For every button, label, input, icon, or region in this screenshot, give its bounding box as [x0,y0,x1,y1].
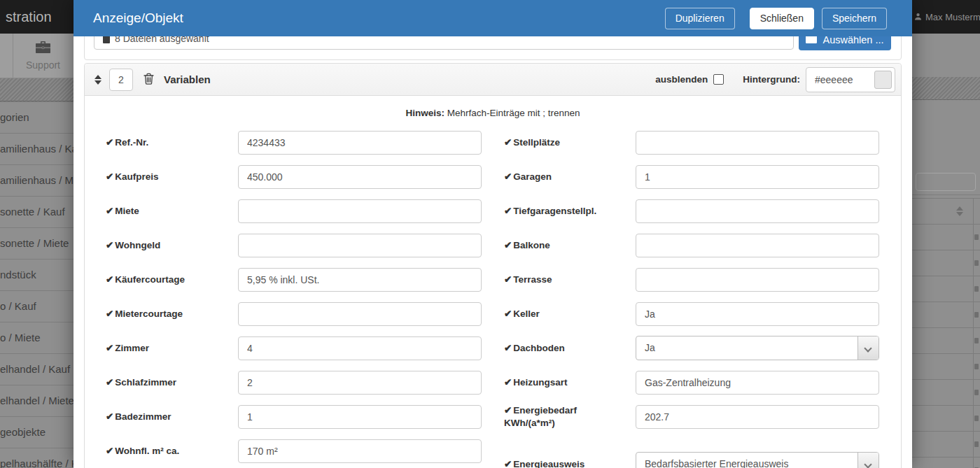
zimmer-input[interactable] [238,336,482,360]
heizungsart-input[interactable] [636,371,879,395]
sidebar-support-block: Support [0,34,74,78]
field-label: Mietercourtage [106,308,238,320]
field-row-garagen: Garagen [504,159,890,194]
field-label: Zimmer [106,342,238,355]
table-row [912,432,980,458]
field-label: Heizungsart [504,376,636,389]
chevron-down-icon [864,460,872,468]
wohngeld-input[interactable] [238,234,482,257]
miete-input[interactable] [238,199,482,223]
background-color-input[interactable] [806,68,873,92]
balkone-input[interactable] [636,234,879,257]
table-row [912,328,980,354]
energieausweis-select[interactable]: Bedarfsbasierter Energieausweis [636,452,879,468]
kaufpreis-input[interactable] [238,165,482,189]
table-row [912,276,980,302]
fields-column-right: Stellplätze Garagen Tiefgaragenstellpl. … [504,125,890,468]
tiefgaragenstellpl-input[interactable] [636,199,879,223]
sidebar-item-category: o / Kauf [0,291,74,322]
selected-value: Ja [645,336,655,360]
field-row-energiebedarf: Energiebedarf KWh/(a*m²) [504,399,890,434]
divider [912,194,980,195]
choose-files-button[interactable]: Auswählen ... [799,36,891,50]
field-row-terrasse: Terrasse [504,262,890,297]
field-label: Käufercourtage [106,274,238,286]
category-list: gorien amilienhaus / Ka amilienhaus / Mi… [0,101,74,468]
dimmed-filter-input [916,173,976,191]
close-button[interactable]: Schließen [750,8,814,29]
save-button[interactable]: Speichern [822,8,887,29]
field-label: Kaufpreis [106,171,238,183]
field-row-kaeufercourtage: Käufercourtage [106,262,492,297]
dachboden-select[interactable]: Ja [636,336,879,360]
files-selected-text: 8 Dateien ausgewählt [115,36,209,44]
files-selected-field[interactable]: 8 Dateien ausgewählt [94,36,794,50]
field-label: Keller [504,308,636,320]
sidebar-item-category: pelhaushälfte / K [0,448,74,468]
background-color-field [806,67,895,92]
field-label: Garagen [504,171,636,183]
field-row-dachboden: Dachboden Ja [504,331,890,365]
dimmed-table [912,198,980,468]
modal-body: 8 Dateien ausgewählt Auswählen ... [74,36,912,468]
variables-panel: Variablen ausblenden Hintergrund: Hinwei… [84,63,902,468]
duplicate-button[interactable]: Duplizieren [665,8,735,29]
field-label: Energiebedarf KWh/(a*m²) [504,404,636,429]
delete-section-button[interactable] [142,71,155,88]
sidebar-item-category: gorien [0,102,74,134]
dimmed-page-right [912,34,980,468]
chevron-down-icon [864,344,872,352]
table-header-row [912,199,980,225]
fields-column-left: Ref.-Nr. Kaufpreis Miete Wohngeld [106,125,492,468]
table-row [912,250,980,276]
table-row [912,302,980,328]
field-row-ref-nr: Ref.-Nr. [106,125,492,159]
field-label: Ref.-Nr. [106,136,238,149]
wohnflaeche-input[interactable] [238,439,482,463]
schlafzimmer-input[interactable] [238,371,482,395]
ref-nr-input[interactable] [238,131,482,155]
order-input[interactable] [109,69,133,91]
user-name: Max Mustermann [925,12,980,22]
keller-input[interactable] [636,302,879,326]
topbar-user-area: Max Mustermann [912,0,980,34]
variables-panel-header: Variablen ausblenden Hintergrund: [85,64,901,96]
file-icon [103,36,110,43]
folder-icon [806,36,817,45]
terrasse-input[interactable] [636,268,879,292]
field-row-stellplaetze: Stellplätze [504,125,890,159]
kaeufercourtage-input[interactable] [238,268,482,292]
sidebar-item-category: sonette / Miete [0,228,74,260]
color-swatch[interactable] [874,71,892,89]
field-label: Wohngeld [106,239,238,252]
field-label: Energieausweis [504,458,636,468]
field-label: Stellplätze [504,136,636,149]
garagen-input[interactable] [636,165,879,189]
anzeige-objekt-modal: Anzeige/Objekt Duplizieren Schließen Spe… [74,0,912,468]
energiebedarf-input[interactable] [636,405,879,429]
field-row-zimmer: Zimmer [106,331,492,365]
topbar-brand-fragment: stration [0,0,74,34]
briefcase-icon [35,41,51,57]
sidebar-item-category: amilienhaus / Mi [0,165,74,197]
selected-value: Bedarfsbasierter Energieausweis [645,453,788,468]
sidebar-item-category: elhandel / Kauf [0,354,74,385]
modal-title: Anzeige/Objekt [93,10,183,26]
sidebar-item-category: geobjekte [0,417,74,448]
file-selection-panel: 8 Dateien ausgewählt Auswählen ... [84,36,902,60]
hint-text: Hinweis: Mehrfach-Einträge mit ; trennen [85,108,901,118]
modal-header: Anzeige/Objekt Duplizieren Schließen Spe… [74,0,912,36]
mietercourtage-input[interactable] [238,302,482,326]
field-label: Tiefgaragenstellpl. [504,205,636,218]
sidebar-item-category: elhandel / Miete [0,385,74,417]
stellplaetze-input[interactable] [636,131,879,155]
table-row [912,458,980,468]
hide-checkbox[interactable] [713,74,724,85]
field-row-miete: Miete [106,194,492,228]
user-icon [914,10,922,23]
sidebar-support-label: Support [26,59,60,71]
hide-label: ausblenden [655,74,708,85]
badezimmer-input[interactable] [238,405,482,429]
sidebar: Support gorien amilienhaus / Ka amilienh… [0,34,74,468]
move-handle-icon[interactable] [93,72,103,87]
